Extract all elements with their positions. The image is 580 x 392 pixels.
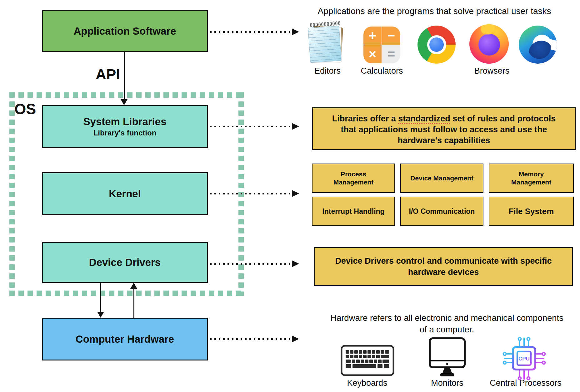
label-calculators: Calculators: [351, 66, 413, 76]
dotted-arrowhead-hardware-icon: [292, 336, 299, 342]
kernel-function-memory-management: Memory Management: [489, 164, 574, 193]
drivers-note-text: Device Drivers control and communicate w…: [328, 255, 559, 278]
cpu-icon: CPU: [502, 336, 547, 383]
os-label: OS: [14, 100, 36, 118]
dotted-arrow-application: [210, 31, 292, 33]
kernel-function-device-management: Device Management: [400, 164, 483, 193]
os-frame-top-dashed-border: [9, 92, 244, 98]
label-editors: Editors: [302, 66, 352, 76]
node-system-libraries: System Libraries Library's function: [42, 105, 208, 148]
hardware-to-drivers-arrow-line: [133, 288, 134, 318]
notepad-editor-icon: [308, 22, 345, 64]
label-central-processors: Central Processors: [479, 378, 572, 388]
kernel-function-label: Interrupt Handling: [322, 207, 384, 216]
libraries-note-underlined-word: standardized: [398, 114, 450, 123]
calculator-plus-key: +: [363, 27, 382, 45]
calculator-icon: + − × =: [363, 27, 400, 63]
label-monitors: Monitors: [416, 378, 478, 388]
notepad-page: [308, 26, 342, 63]
cpu-icon-text: CPU: [518, 356, 530, 362]
kernel-function-label: I/O Communication: [409, 207, 475, 216]
calculator-equals-key: =: [382, 45, 400, 63]
kernel-function-file-system: File System: [489, 197, 574, 226]
kernel-function-interrupt-handling: Interrupt Handling: [312, 197, 395, 226]
dotted-arrowhead-system-libraries-icon: [292, 123, 299, 130]
calculator-multiply-key: ×: [363, 45, 382, 63]
dotted-arrowhead-device-drivers-icon: [292, 260, 299, 267]
edge-browser-icon: [519, 26, 557, 64]
calculator-minus-key: −: [382, 27, 400, 45]
node-application-software: Application Software: [42, 10, 208, 52]
node-computer-hardware: Computer Hardware: [42, 318, 208, 360]
chrome-browser-icon: [418, 26, 456, 64]
edge-swirl-gap: [545, 39, 557, 51]
label-browsers: Browsers: [461, 66, 523, 76]
api-label: API: [96, 66, 120, 83]
dotted-arrowhead-application-icon: [292, 28, 299, 35]
hardware-caption-line2: of a computer.: [319, 324, 575, 335]
dotted-arrow-system-libraries: [210, 126, 292, 127]
kernel-function-label: Device Management: [410, 174, 473, 182]
applications-caption: Applications are the programs that solve…: [297, 6, 572, 16]
dotted-arrow-hardware: [210, 338, 292, 340]
dotted-arrow-device-drivers: [210, 263, 292, 265]
drivers-to-hardware-arrow-line: [100, 283, 101, 312]
drivers-note: Device Drivers control and communicate w…: [314, 247, 573, 286]
node-label: Kernel: [109, 188, 141, 200]
drivers-to-hardware-arrowhead-icon: [97, 312, 104, 318]
api-arrow-line: [124, 52, 125, 100]
keyboard-icon: [341, 345, 394, 377]
os-frame-left-dashed-border: [9, 92, 15, 296]
monitor-icon: [428, 337, 467, 380]
node-label: System Libraries: [83, 116, 167, 128]
kernel-function-label: Memory Management: [504, 170, 559, 187]
node-sublabel: Library's function: [93, 129, 157, 137]
label-keyboards: Keyboards: [336, 378, 398, 388]
node-label: Application Software: [73, 25, 176, 37]
kernel-function-io-communication: I/O Communication: [400, 197, 483, 226]
dotted-arrowhead-kernel-icon: [292, 190, 299, 197]
hardware-caption-line1: Hardware refers to all electronic and me…: [319, 312, 575, 324]
node-kernel: Kernel: [42, 172, 208, 215]
os-architecture-diagram: OS Application Software System Libraries…: [0, 0, 580, 392]
libraries-note: Libraries offer a standardized set of ru…: [312, 107, 576, 150]
os-frame-bottom-dashed-border: [9, 291, 244, 296]
node-label: Device Drivers: [89, 257, 161, 268]
libraries-note-text-pre: Libraries offer a: [332, 114, 398, 123]
kernel-function-label: Process Management: [326, 170, 381, 187]
hardware-to-drivers-arrowhead-icon: [130, 283, 137, 289]
node-device-drivers: Device Drivers: [42, 242, 208, 283]
dotted-arrow-kernel: [210, 193, 292, 194]
node-label: Computer Hardware: [76, 333, 174, 345]
kernel-function-label: File System: [509, 206, 554, 217]
hardware-caption: Hardware refers to all electronic and me…: [319, 312, 575, 335]
kernel-function-process-management: Process Management: [312, 164, 395, 193]
firefox-browser-icon: [469, 24, 509, 64]
api-arrowhead-icon: [121, 99, 128, 105]
